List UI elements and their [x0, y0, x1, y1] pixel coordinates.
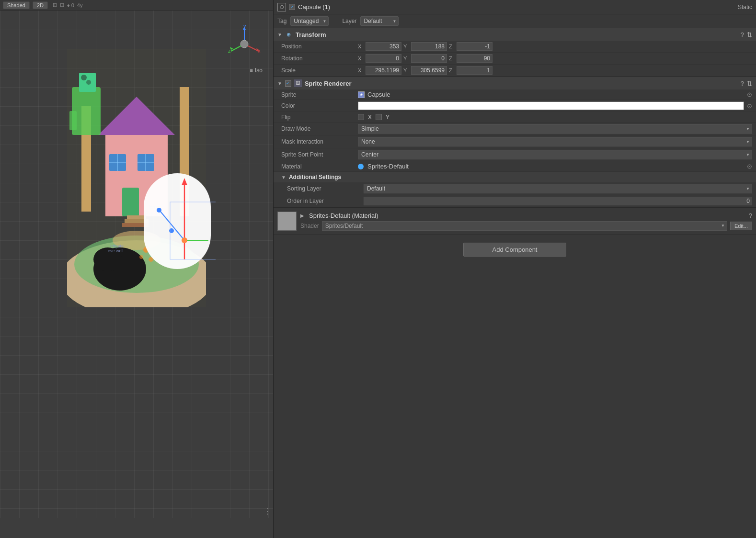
rot-x-input[interactable]: [366, 54, 401, 63]
sprite-renderer-help-icon[interactable]: ?: [741, 80, 744, 87]
sprite-renderer-actions: ? ⇅: [741, 80, 752, 87]
sprite-renderer-component: ▼ ✓ 🖼 Sprite Renderer ? ⇅ Sprite ◈ Capsu…: [274, 77, 756, 208]
sprite-sort-point-value: Center: [358, 150, 752, 159]
flip-y-label: Y: [386, 114, 389, 121]
sprite-sort-point-label: Sprite Sort Point: [281, 151, 358, 158]
color-value[interactable]: ⊙: [358, 101, 752, 110]
mask-interaction-value: None: [358, 137, 752, 146]
rotation-label: Rotation: [281, 55, 358, 62]
additional-settings-header[interactable]: ▼ Additional Settings: [274, 172, 756, 182]
material-label: Material: [281, 163, 358, 170]
shader-row: Shader Sprites/Default Edit...: [300, 221, 752, 231]
sorting-layer-dropdown[interactable]: Default: [364, 184, 752, 193]
flip-y-checkbox[interactable]: [376, 114, 382, 120]
sorting-layer-value: Default: [364, 184, 752, 193]
sprite-sort-point-dropdown[interactable]: Center: [358, 150, 752, 159]
shading-dropdown[interactable]: Shaded: [3, 1, 30, 9]
svg-point-27: [81, 75, 87, 80]
svg-marker-43: [182, 178, 187, 185]
scene-viewport: y z x ≡ Iso: [0, 11, 273, 518]
inspector-panel: ⬡ ✓ Capsule (1) Static Tag Untagged Laye…: [273, 0, 756, 538]
object-name: Capsule (1): [298, 3, 735, 11]
flip-row: Flip X Y: [274, 112, 756, 123]
material-name-label: Sprites-Default (Material): [309, 212, 378, 219]
layer-label: Layer: [342, 18, 356, 24]
svg-text:eve well: eve well: [108, 248, 124, 253]
order-in-layer-input[interactable]: [364, 197, 752, 205]
flip-value: X Y: [358, 114, 752, 121]
sprite-renderer-icon: 🖼: [294, 79, 302, 87]
color-picker-icon[interactable]: ⊙: [747, 102, 752, 110]
pos-y-input[interactable]: [411, 42, 447, 51]
sprite-renderer-title: Sprite Renderer: [305, 80, 738, 87]
additional-settings-title: Additional Settings: [289, 174, 341, 180]
rot-z-input[interactable]: [457, 54, 493, 63]
position-value: X Y Z: [358, 42, 752, 51]
transform-header[interactable]: ▼ ⊕ Transform ? ⇅: [274, 28, 756, 41]
shader-dropdown[interactable]: Sprites/Default: [322, 221, 727, 231]
svg-text:Irrigate: Irrigate: [110, 244, 124, 248]
svg-point-37: [139, 255, 143, 259]
material-value: Sprites-Default ⊙: [358, 163, 752, 170]
draw-mode-value: Simple: [358, 124, 752, 134]
draw-mode-row: Draw Mode Simple: [274, 123, 756, 135]
transform-icon: ⊕: [285, 31, 293, 38]
scale-value: X Y Z: [358, 66, 752, 75]
draw-mode-dropdown[interactable]: Simple: [358, 124, 752, 134]
position-label: Position: [281, 43, 358, 50]
sprite-value: ◈ Capsule ⊙: [358, 91, 752, 98]
mask-interaction-dropdown[interactable]: None: [358, 137, 752, 146]
additional-settings-collapse: ▼: [281, 175, 286, 180]
pos-z-input[interactable]: [457, 42, 493, 51]
sprite-sort-point-row: Sprite Sort Point Center: [274, 148, 756, 161]
material-help-icon[interactable]: ?: [749, 212, 752, 219]
object-active-checkbox[interactable]: ✓: [289, 4, 295, 10]
material-expand-arrow[interactable]: ▶: [300, 213, 304, 218]
scale-label: Scale: [281, 67, 358, 74]
material-picker-icon[interactable]: ⊙: [747, 163, 752, 170]
layer-dropdown[interactable]: Default: [360, 16, 399, 26]
sprite-renderer-checkbox[interactable]: ✓: [285, 80, 291, 87]
sorting-layer-row: Sorting Layer Default: [274, 182, 756, 195]
scale-x-input[interactable]: [366, 66, 401, 75]
pos-x-input[interactable]: [366, 42, 401, 51]
scene-gizmo: y z x: [225, 25, 263, 63]
scale-row: Scale X Y Z: [274, 65, 756, 77]
mask-interaction-row: Mask Interaction None: [274, 135, 756, 148]
transform-component: ▼ ⊕ Transform ? ⇅ Position X Y Z Rotatio…: [274, 28, 756, 77]
collapse-arrow: ▼: [277, 32, 282, 37]
material-section: ▶ Sprites-Default (Material) ? Shader Sp…: [274, 208, 756, 235]
material-thumbnail: [277, 212, 297, 231]
shader-edit-button[interactable]: Edit...: [730, 222, 752, 230]
transform-settings-icon[interactable]: ⇅: [747, 31, 752, 38]
add-component-button[interactable]: Add Component: [463, 243, 567, 257]
sorting-layer-label: Sorting Layer: [287, 185, 364, 192]
scale-y-input[interactable]: [411, 66, 447, 75]
sprite-renderer-settings-icon[interactable]: ⇅: [747, 80, 752, 87]
material-info: ▶ Sprites-Default (Material) ? Shader Sp…: [300, 212, 752, 231]
position-row: Position X Y Z: [274, 41, 756, 53]
sprite-row: Sprite ◈ Capsule ⊙: [274, 90, 756, 100]
iso-label: ≡ Iso: [250, 67, 263, 74]
scale-z-input[interactable]: [457, 66, 493, 75]
material-name-text: Sprites-Default: [367, 163, 409, 170]
sprite-renderer-header[interactable]: ▼ ✓ 🖼 Sprite Renderer ? ⇅: [274, 77, 756, 90]
flip-x-checkbox[interactable]: [358, 114, 364, 120]
svg-line-44: [160, 212, 184, 240]
scene-options[interactable]: ⋮: [262, 505, 273, 518]
static-label: Static: [738, 4, 752, 11]
scene-toolbar: Shaded 2D ⊞ ⊞ ♦ 0 4y: [0, 0, 273, 11]
order-in-layer-label: Order in Layer: [287, 198, 364, 204]
tag-dropdown[interactable]: Untagged: [290, 16, 329, 26]
transform-title: Transform: [296, 31, 738, 38]
dim-toggle[interactable]: 2D: [33, 1, 48, 9]
svg-point-6: [241, 40, 248, 48]
svg-text:z: z: [228, 48, 231, 54]
color-swatch[interactable]: [358, 101, 744, 110]
shader-label: Shader: [300, 223, 319, 229]
sprite-picker-icon[interactable]: ⊙: [747, 91, 752, 98]
scene-panel: Shaded 2D ⊞ ⊞ ♦ 0 4y y z x: [0, 0, 273, 538]
material-row: Material Sprites-Default ⊙: [274, 161, 756, 172]
transform-help-icon[interactable]: ?: [741, 31, 744, 38]
rot-y-input[interactable]: [411, 54, 447, 63]
